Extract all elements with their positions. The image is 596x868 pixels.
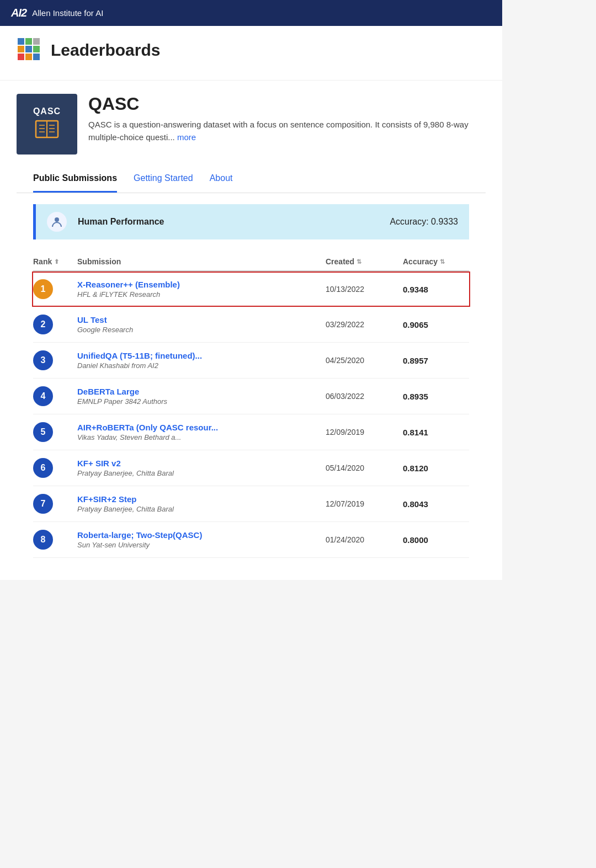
accuracy-cell: 0.8935 <box>403 392 469 401</box>
leaderboard-icon <box>17 37 43 63</box>
table-row: 6 KF+ SIR v2 Pratyay Banerjee, Chitta Ba… <box>33 450 469 486</box>
submission-org: EMNLP Paper 3842 Authors <box>77 397 326 406</box>
svg-rect-6 <box>18 54 24 60</box>
date-cell: 10/13/2022 <box>326 285 403 294</box>
accuracy-cell: 0.8120 <box>403 464 469 473</box>
tab-about[interactable]: About <box>210 166 233 193</box>
human-performance-bar: Human Performance Accuracy: 0.9333 <box>33 204 469 239</box>
table-row: 7 KF+SIR+2 Step Pratyay Banerjee, Chitta… <box>33 486 469 522</box>
submission-name-link[interactable]: DeBERTa Large <box>77 387 326 396</box>
submission-cell: UL Test Google Research <box>77 315 326 334</box>
top-bar: AI2 Allen Institute for AI <box>0 0 502 26</box>
table-body: 1 X-Reasoner++ (Ensemble) HFL & iFLYTEK … <box>33 271 469 558</box>
submission-name-link[interactable]: UL Test <box>77 315 326 324</box>
submission-name-link[interactable]: AIR+RoBERTa (Only QASC resour... <box>77 423 326 432</box>
col-submission: Submission <box>77 257 326 266</box>
date-cell: 06/03/2022 <box>326 392 403 401</box>
human-icon <box>47 212 67 232</box>
svg-rect-3 <box>18 46 24 52</box>
rank-badge: 7 <box>33 494 53 514</box>
table-row: 1 X-Reasoner++ (Ensemble) HFL & iFLYTEK … <box>32 271 470 307</box>
accuracy-cell: 0.8043 <box>403 499 469 509</box>
header-section: Leaderboards <box>0 26 502 81</box>
dataset-info: QASC QASC is a question-answering datase… <box>88 94 486 143</box>
submission-cell: KF+ SIR v2 Pratyay Banerjee, Chitta Bara… <box>77 459 326 477</box>
submission-org: Vikas Yadav, Steven Bethard a... <box>77 433 326 441</box>
date-cell: 04/25/2020 <box>326 356 403 365</box>
date-cell: 05/14/2020 <box>326 464 403 472</box>
accuracy-cell: 0.8141 <box>403 428 469 437</box>
submission-org: Daniel Khashabi from AI2 <box>77 361 326 370</box>
rank-cell: 4 <box>33 386 77 406</box>
rank-cell: 6 <box>33 458 77 478</box>
svg-rect-7 <box>25 54 32 60</box>
date-cell: 12/09/2019 <box>326 428 403 436</box>
rank-badge: 5 <box>33 422 53 442</box>
accuracy-cell: 0.8000 <box>403 535 469 545</box>
submission-cell: UnifiedQA (T5-11B; finetuned)... Daniel … <box>77 351 326 370</box>
dataset-section: QASC QASC QASC <box>0 81 502 580</box>
tab-getting-started[interactable]: Getting Started <box>134 166 193 193</box>
dataset-description: QASC is a question-answering dataset wit… <box>88 119 486 143</box>
table-row: 4 DeBERTa Large EMNLP Paper 3842 Authors… <box>33 379 469 414</box>
svg-rect-2 <box>33 38 40 45</box>
table-row: 2 UL Test Google Research 03/29/2022 0.9… <box>33 307 469 343</box>
submission-org: Pratyay Banerjee, Chitta Baral <box>77 469 326 477</box>
accuracy-cell: 0.8957 <box>403 356 469 365</box>
submission-cell: KF+SIR+2 Step Pratyay Banerjee, Chitta B… <box>77 494 326 513</box>
submission-cell: X-Reasoner++ (Ensemble) HFL & iFLYTEK Re… <box>77 280 326 299</box>
dataset-book-icon <box>35 120 59 142</box>
col-rank[interactable]: Rank ⬆ <box>33 257 77 266</box>
org-name: Allen Institute for AI <box>32 8 103 18</box>
submission-name-link[interactable]: KF+SIR+2 Step <box>77 494 326 504</box>
tabs-section: Public Submissions Getting Started About <box>17 166 486 193</box>
table-row: 5 AIR+RoBERTa (Only QASC resour... Vikas… <box>33 414 469 450</box>
submission-org: Google Research <box>77 326 326 334</box>
rank-badge: 4 <box>33 386 53 406</box>
rank-badge: 6 <box>33 458 53 478</box>
rank-badge: 2 <box>33 315 53 334</box>
svg-rect-8 <box>33 54 40 60</box>
col-created[interactable]: Created ⇅ <box>326 257 403 266</box>
submission-name-link[interactable]: KF+ SIR v2 <box>77 459 326 468</box>
svg-point-17 <box>55 217 59 222</box>
human-performance-accuracy: Accuracy: 0.9333 <box>390 217 458 227</box>
table-row: 8 Roberta-large; Two-Step(QASC) Sun Yat-… <box>33 522 469 558</box>
rank-badge: 3 <box>33 350 53 370</box>
col-accuracy[interactable]: Accuracy ⇅ <box>403 257 469 266</box>
main-container: Leaderboards QASC <box>0 26 502 580</box>
rank-badge: 1 <box>33 279 53 299</box>
ai2-logo: AI2 <box>11 7 26 19</box>
rank-cell: 7 <box>33 494 77 514</box>
rank-sort-icon: ⬆ <box>54 258 59 265</box>
submission-org: Pratyay Banerjee, Chitta Baral <box>77 505 326 513</box>
dataset-logo: QASC <box>17 94 77 155</box>
table-header: Rank ⬆ Submission Created ⇅ Accuracy ⇅ <box>33 253 469 271</box>
svg-rect-1 <box>25 38 32 45</box>
submission-org: Sun Yat-sen University <box>77 541 326 549</box>
tab-public-submissions[interactable]: Public Submissions <box>33 166 117 193</box>
page-title: Leaderboards <box>51 41 160 60</box>
rank-cell: 1 <box>33 279 77 299</box>
date-cell: 01/24/2020 <box>326 535 403 544</box>
submission-cell: DeBERTa Large EMNLP Paper 3842 Authors <box>77 387 326 406</box>
svg-rect-0 <box>18 38 24 45</box>
rank-cell: 5 <box>33 422 77 442</box>
dataset-name: QASC <box>88 94 486 114</box>
date-cell: 03/29/2022 <box>326 320 403 329</box>
more-link[interactable]: more <box>177 132 196 142</box>
rank-cell: 3 <box>33 350 77 370</box>
content-section: Human Performance Accuracy: 0.9333 Rank … <box>17 193 486 569</box>
rank-badge: 8 <box>33 530 53 550</box>
rank-cell: 2 <box>33 315 77 334</box>
svg-rect-4 <box>25 46 32 52</box>
submission-cell: Roberta-large; Two-Step(QASC) Sun Yat-se… <box>77 530 326 549</box>
submission-name-link[interactable]: UnifiedQA (T5-11B; finetuned)... <box>77 351 326 360</box>
dataset-header: QASC QASC QASC <box>17 94 486 155</box>
submission-name-link[interactable]: X-Reasoner++ (Ensemble) <box>77 280 326 289</box>
table-row: 3 UnifiedQA (T5-11B; finetuned)... Danie… <box>33 343 469 379</box>
submission-name-link[interactable]: Roberta-large; Two-Step(QASC) <box>77 530 326 540</box>
accuracy-cell: 0.9348 <box>403 285 469 294</box>
submission-cell: AIR+RoBERTa (Only QASC resour... Vikas Y… <box>77 423 326 441</box>
dataset-acronym: QASC <box>33 106 61 116</box>
